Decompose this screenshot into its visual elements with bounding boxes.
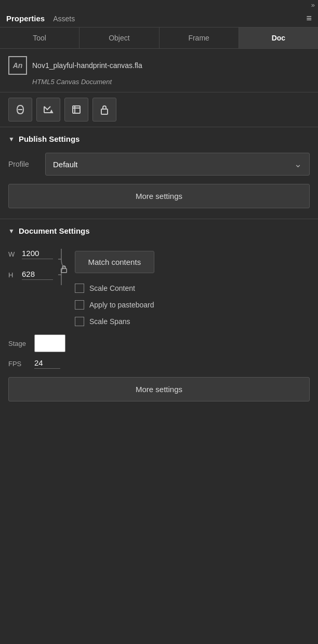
height-field: H 628 — [8, 270, 53, 280]
scale-content-label: Scale Content — [89, 284, 135, 292]
stage-color-picker[interactable] — [34, 334, 65, 352]
panel-title: Properties — [6, 14, 45, 23]
publish-settings-section: ▼ Publish Settings Profile Default ⌄ Mor… — [0, 127, 318, 219]
file-info: An Nov1_playful-handprint-canvas.fla HTM… — [0, 49, 318, 92]
tab-frame[interactable]: Frame — [160, 28, 239, 48]
right-col: Match contents Scale Content Apply to pa… — [75, 249, 154, 326]
profile-label: Profile — [8, 160, 37, 168]
publish-settings-body: Profile Default ⌄ More settings — [0, 151, 318, 219]
profile-value: Default — [53, 160, 78, 169]
document-settings-title: Document Settings — [19, 226, 90, 235]
publish-chevron-icon: ▼ — [8, 136, 15, 143]
tabs-row: Tool Object Frame Doc — [0, 28, 318, 49]
profile-chevron-icon: ⌄ — [294, 158, 302, 170]
apply-pasteboard-label: Apply to pasteboard — [89, 301, 154, 309]
top-bar: Properties Assets ≡ — [0, 10, 318, 28]
document-settings-body: W 1200 H 628 — [0, 243, 318, 412]
checkboxes-col: Scale Content Apply to pasteboard Scale … — [75, 284, 154, 326]
dim-fields: W 1200 H 628 — [8, 249, 53, 296]
top-bar-left: Properties Assets — [6, 14, 75, 23]
toolbar-icons — [0, 92, 318, 127]
document-settings-section: ▼ Document Settings W 1200 H 628 — [0, 219, 318, 412]
dimensions-group: W 1200 H 628 — [8, 249, 67, 296]
scale-spans-row: Scale Spans — [75, 317, 154, 326]
frame-button[interactable] — [64, 98, 88, 122]
snap-button[interactable] — [8, 98, 32, 122]
width-value[interactable]: 1200 — [22, 249, 53, 259]
profile-select[interactable]: Default ⌄ — [45, 153, 310, 176]
publish-settings-title: Publish Settings — [19, 135, 80, 143]
lock-bracket — [53, 249, 67, 296]
height-label: H — [8, 271, 18, 279]
lock-icon[interactable] — [59, 264, 69, 275]
assets-tab[interactable]: Assets — [53, 15, 75, 23]
lock-button[interactable] — [92, 98, 116, 122]
profile-row: Profile Default ⌄ — [8, 153, 310, 176]
menu-icon[interactable]: ≡ — [306, 13, 312, 24]
width-label: W — [8, 250, 18, 258]
match-contents-button[interactable]: Match contents — [75, 251, 154, 273]
publish-more-settings-button[interactable]: More settings — [8, 184, 310, 208]
fps-value[interactable]: 24 — [34, 358, 60, 369]
scale-content-row: Scale Content — [75, 284, 154, 293]
scale-spans-label: Scale Spans — [89, 317, 130, 326]
file-name: Nov1_playful-handprint-canvas.fla — [32, 61, 142, 70]
collapse-arrows[interactable]: » — [311, 1, 315, 9]
tab-doc[interactable]: Doc — [239, 28, 318, 48]
timeline-button[interactable] — [36, 98, 60, 122]
svg-rect-0 — [73, 106, 80, 113]
scale-content-checkbox[interactable] — [75, 284, 84, 293]
stage-label: Stage — [8, 340, 29, 347]
width-field: W 1200 — [8, 249, 53, 259]
doc-more-settings-button[interactable]: More settings — [8, 377, 310, 401]
scale-spans-checkbox[interactable] — [75, 317, 84, 326]
apply-pasteboard-row: Apply to pasteboard — [75, 300, 154, 310]
top-arrows-bar: » — [0, 0, 318, 10]
fps-row: FPS 24 — [8, 358, 310, 369]
fps-label: FPS — [8, 360, 29, 368]
file-type: HTML5 Canvas Document — [8, 78, 310, 86]
height-value[interactable]: 628 — [22, 270, 53, 280]
document-settings-header[interactable]: ▼ Document Settings — [0, 219, 318, 243]
apply-pasteboard-checkbox[interactable] — [75, 300, 84, 310]
file-icon: An — [8, 56, 27, 75]
publish-settings-header[interactable]: ▼ Publish Settings — [0, 127, 318, 151]
svg-rect-1 — [101, 109, 108, 114]
tab-tool[interactable]: Tool — [0, 28, 80, 48]
svg-rect-2 — [61, 269, 67, 273]
tab-object[interactable]: Object — [80, 28, 159, 48]
stage-row: Stage — [8, 334, 310, 352]
file-info-row: An Nov1_playful-handprint-canvas.fla — [8, 56, 310, 75]
document-chevron-icon: ▼ — [8, 227, 15, 235]
